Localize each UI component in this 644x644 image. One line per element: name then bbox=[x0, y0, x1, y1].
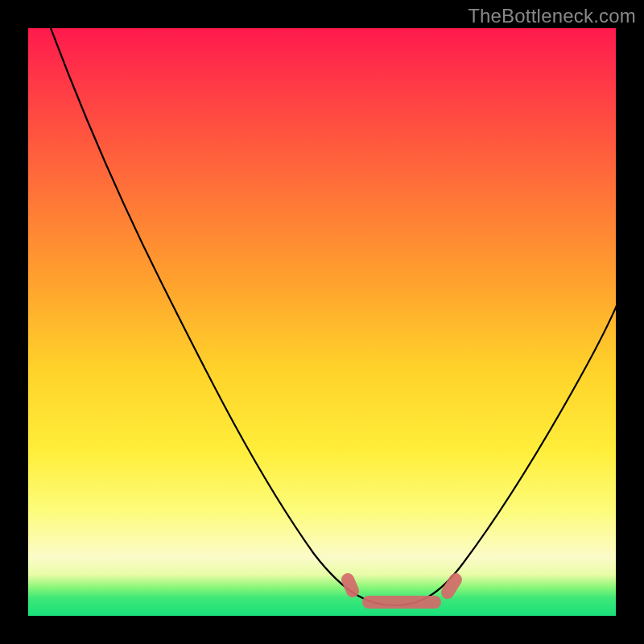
chart-frame: TheBottleneck.com bbox=[0, 0, 644, 644]
watermark-text: TheBottleneck.com bbox=[468, 5, 636, 27]
chart-plot-area bbox=[28, 28, 616, 616]
